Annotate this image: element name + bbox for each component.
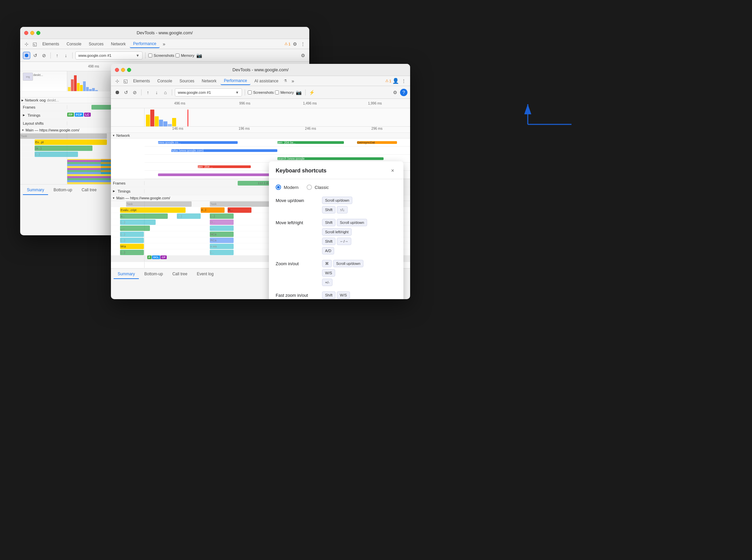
screenshots-check-back[interactable]: Screenshots [148, 54, 174, 58]
tab-ai-front[interactable]: AI assistance [251, 77, 282, 85]
memory-checkbox-front[interactable] [275, 91, 279, 95]
tab-bar-back: ⊹ ◱ Elements Console Sources Network Per… [20, 39, 309, 49]
kbd-ad: A/D [322, 247, 334, 255]
reload-btn-back[interactable]: ↺ [32, 52, 39, 59]
cpu-bar [80, 85, 83, 91]
modern-radio[interactable]: Modern [276, 184, 298, 190]
kbd-arrows-1: ↑/↓ [337, 206, 348, 214]
close-traffic-light-front[interactable] [115, 68, 119, 72]
sub-tick-front-3: 296 ms [344, 127, 411, 133]
shortcuts-close-button[interactable]: × [389, 167, 397, 175]
person-icon-front[interactable]: 👤 [392, 77, 399, 85]
more-menu-back[interactable]: ⋮ [299, 40, 306, 48]
memory-check-front[interactable]: Memory [275, 91, 294, 95]
capture-icon-back[interactable]: 📷 [196, 52, 203, 59]
classic-radio[interactable]: Classic [306, 184, 329, 190]
more-tabs-back[interactable]: » [160, 40, 168, 48]
tab-console-front[interactable]: Console [154, 77, 176, 85]
tick-1-front: 996 ms [213, 101, 278, 105]
reload-btn-front[interactable]: ↺ [122, 89, 130, 96]
minimize-traffic-light-front[interactable] [121, 68, 125, 72]
tab-sources-front[interactable]: Sources [176, 77, 198, 85]
tab-network-front[interactable]: Network [198, 77, 220, 85]
minimize-traffic-light[interactable] [30, 31, 34, 35]
more-tabs-front[interactable]: » [289, 77, 297, 85]
record-btn-front[interactable]: ⏺ [114, 89, 121, 96]
screenshots-check-front[interactable]: Screenshots [248, 91, 274, 95]
upload-btn-front[interactable]: ↑ [144, 89, 152, 96]
call-tree-tab-front[interactable]: Call tree [169, 269, 192, 279]
record-btn-back[interactable]: ⏺ [23, 52, 30, 59]
warning-badge-back: ⚠ 1 [284, 42, 291, 46]
capture-icon-front[interactable]: 📷 [295, 89, 302, 96]
sub-tick-front-0: 146 ms [144, 127, 211, 133]
cpu-bar [92, 88, 95, 91]
devtools-inspect-icon-front[interactable]: ◱ [122, 77, 129, 85]
tab-performance-front[interactable]: Performance [220, 77, 251, 85]
action-move-leftright: Move left/right [276, 219, 319, 225]
classic-radio-dot [306, 184, 312, 190]
download-btn-front[interactable]: ↓ [153, 89, 160, 96]
clear-btn-front[interactable]: ⊘ [131, 89, 139, 96]
summary-tab-front[interactable]: Summary [114, 269, 139, 279]
kka-chip: kKa [120, 244, 144, 249]
evalu-chip: Evalu...cript [120, 207, 186, 213]
task-chip-1: Task [20, 134, 107, 139]
key-row-zoom-1: ⌘ Scroll up/down [322, 260, 397, 267]
maximize-traffic-light-front[interactable] [127, 68, 131, 72]
screenshots-checkbox-front[interactable] [248, 91, 252, 95]
screenshots-checkbox-back[interactable] [148, 54, 152, 58]
bottom-up-tab-back[interactable]: Bottom-up [50, 185, 76, 195]
cpu-bar [89, 89, 92, 91]
ev-pt-chip: Ev...pt [35, 140, 107, 145]
more-menu-front[interactable]: ⋮ [400, 77, 408, 85]
kbd-shift-3: Shift [322, 238, 336, 245]
tab-network-back[interactable]: Network [107, 40, 129, 48]
network-triangle-back: ▶ [21, 99, 23, 102]
cpu-bar [74, 75, 77, 91]
timings-label-back: ▶ Timings [20, 113, 67, 117]
upload-btn-back[interactable]: ↑ [54, 52, 61, 59]
key-row-updown-2: Shift ↑/↓ [322, 206, 397, 214]
close-traffic-light[interactable] [24, 31, 28, 35]
download-btn-back[interactable]: ↓ [62, 52, 70, 59]
devtools-select-icon[interactable]: ⊹ [23, 40, 30, 48]
summary-tab-back[interactable]: Summary [23, 185, 48, 195]
sep1-front [141, 89, 141, 96]
bottom-up-tab-front[interactable]: Bottom-up [140, 269, 167, 279]
url-bar-back[interactable]: www.google.com #1 ▼ [75, 52, 142, 60]
tab-console-back[interactable]: Console [63, 40, 85, 48]
help-btn-front[interactable]: ? [400, 89, 408, 96]
settings-icon-back[interactable]: ⚙ [291, 40, 298, 48]
key-row-lr-3: Shift ←/→ [322, 238, 397, 245]
url-bar-front[interactable]: www.google.com #1 ▼ [175, 88, 242, 97]
settings-gear-front[interactable]: ⚙ [391, 89, 399, 96]
mini-bar [168, 124, 172, 127]
mini-bar [172, 118, 176, 126]
settings-gear-back[interactable]: ⚙ [299, 52, 306, 59]
tab-elements-front[interactable]: Elements [130, 77, 153, 85]
devtools-select-icon-front[interactable]: ⊹ [114, 77, 121, 85]
sep2-front [172, 89, 172, 96]
call-tree-tab-back[interactable]: Call tree [78, 185, 101, 195]
tab-sources-back[interactable]: Sources [85, 40, 107, 48]
tab-elements-back[interactable]: Elements [39, 40, 62, 48]
memory-check-back[interactable]: Memory [176, 54, 194, 58]
event-log-tab-front[interactable]: Event log [193, 269, 218, 279]
kbd-cmd: ⌘ [322, 260, 332, 267]
titlebar-back: DevTools - www.google.com/ [20, 27, 309, 39]
maximize-traffic-light[interactable] [36, 31, 40, 35]
timings-triangle-back: ▶ [23, 114, 25, 117]
memory-checkbox-back[interactable] [176, 54, 179, 58]
sep3-front [245, 89, 245, 96]
kbd-shift-1: Shift [322, 206, 336, 214]
dots-3: (...) [120, 220, 156, 225]
clear-btn-back[interactable]: ⊘ [40, 52, 48, 59]
keys-fast-zoom: Shift W/S Shift +/- [322, 292, 397, 299]
warning-icon-front: ⚠ [385, 79, 389, 83]
throttle-icon-front[interactable]: ⚡ [308, 89, 316, 96]
devtools-inspect-icon[interactable]: ◱ [31, 40, 38, 48]
tab-performance-back[interactable]: Performance [130, 40, 160, 48]
window-title-front: DevTools - www.google.com/ [233, 67, 289, 72]
home-btn-front[interactable]: ⌂ [162, 89, 169, 96]
